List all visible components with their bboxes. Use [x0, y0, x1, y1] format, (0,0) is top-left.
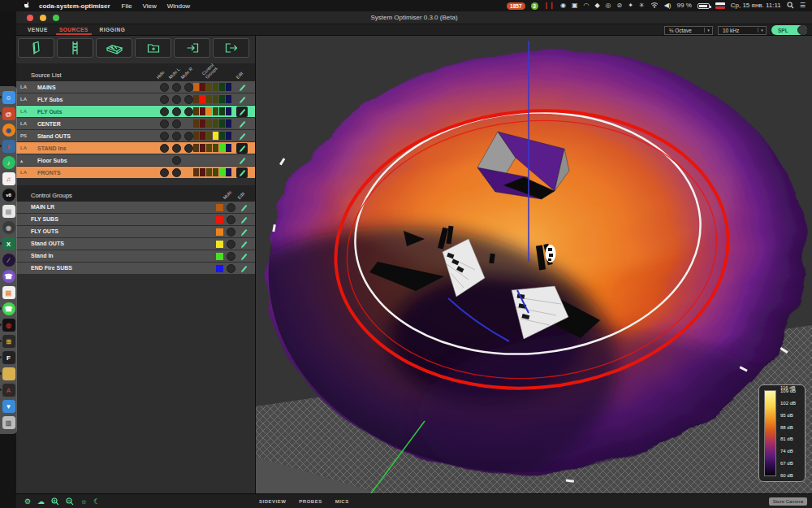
- group-chip[interactable]: [206, 83, 212, 91]
- control-group-row[interactable]: FLY OUTS: [16, 226, 255, 237]
- control-group-row[interactable]: MAIN LR: [16, 202, 255, 213]
- dock-icon-finder[interactable]: ☺: [2, 91, 15, 104]
- mute-hide-button[interactable]: [172, 119, 181, 128]
- source-row[interactable]: LA FRONTS: [16, 167, 255, 178]
- spotlight-search-icon[interactable]: [787, 2, 794, 11]
- group-color-swatch[interactable]: [216, 241, 223, 248]
- hand-icon[interactable]: ✦: [628, 2, 633, 10]
- control-group-row[interactable]: Stand In: [16, 250, 255, 262]
- group-chip[interactable]: [213, 119, 218, 128]
- group-color-swatch[interactable]: [216, 265, 223, 272]
- group-chip[interactable]: [193, 95, 199, 103]
- mute-hide-button[interactable]: [172, 156, 181, 165]
- mute-hide-button[interactable]: [172, 83, 181, 92]
- dock-icon-trash[interactable]: ▥: [2, 416, 15, 429]
- spl-3d-viewport[interactable]: 116 dB 109 dB102 dB95 dB88 dB81 dB74 dB6…: [256, 36, 812, 493]
- tab-sources[interactable]: SOURCES: [59, 27, 89, 33]
- group-chip[interactable]: [200, 144, 205, 152]
- edit-source-button[interactable]: [236, 118, 248, 129]
- keyboard-layout-flag[interactable]: [715, 2, 725, 9]
- export-button[interactable]: [213, 38, 249, 58]
- dock-icon-autocad[interactable]: A: [2, 384, 15, 397]
- edit-group-button[interactable]: [238, 263, 249, 274]
- volume-icon[interactable]: ◀): [664, 2, 672, 10]
- mute-button[interactable]: [227, 228, 235, 237]
- store-camera-button[interactable]: Store Camera: [769, 497, 807, 506]
- dock-icon-folder-files[interactable]: [2, 367, 15, 380]
- group-color-swatch[interactable]: [216, 204, 223, 211]
- dock-icon-pages-doc[interactable]: ▤: [2, 205, 15, 218]
- group-chip[interactable]: [206, 95, 212, 103]
- record-icon[interactable]: ◉: [560, 2, 566, 10]
- source-row[interactable]: LA MAINS: [16, 81, 255, 93]
- edit-group-button[interactable]: [238, 226, 249, 237]
- import-button[interactable]: [174, 38, 210, 58]
- dock-icon-screen-share[interactable]: ‖: [2, 140, 15, 153]
- group-chip[interactable]: [219, 119, 225, 128]
- tab-venue[interactable]: VENUE: [28, 27, 48, 33]
- dock-icon-notes[interactable]: ▤: [2, 286, 15, 299]
- menu-window[interactable]: Window: [167, 2, 190, 10]
- source-row[interactable]: LA STAND Ins: [16, 142, 255, 154]
- dock-icon-v8-app[interactable]: v8: [2, 189, 15, 202]
- notification-badge[interactable]: 1857: [507, 2, 525, 10]
- group-chip[interactable]: [219, 83, 225, 91]
- frequency-select[interactable]: 10 kHz ▾: [718, 26, 767, 35]
- dock-icon-affinity[interactable]: ∕: [2, 254, 15, 267]
- group-chip[interactable]: [219, 132, 225, 140]
- octave-select[interactable]: ⅓ Octave ▾: [664, 26, 713, 35]
- airplay-icon[interactable]: ◠: [583, 2, 589, 10]
- edit-group-button[interactable]: [238, 202, 249, 213]
- mute-button[interactable]: [227, 252, 235, 261]
- group-chip[interactable]: [193, 144, 199, 152]
- source-row[interactable]: LA FLY Subs: [16, 93, 255, 105]
- control-group-row[interactable]: END Fire SUBS: [16, 263, 255, 274]
- group-color-swatch[interactable]: [216, 216, 223, 224]
- pause-icon[interactable]: ❘❘: [544, 2, 555, 10]
- group-chip[interactable]: [193, 107, 199, 115]
- group-chip[interactable]: [206, 144, 212, 152]
- tab-mics[interactable]: MICS: [335, 499, 349, 504]
- dock-icon-steering-app[interactable]: ◉: [2, 221, 15, 234]
- tab-sideview[interactable]: SIDEVIEW: [259, 499, 286, 504]
- control-group-row[interactable]: Stand OUTS: [16, 238, 255, 250]
- spl-toggle[interactable]: SPL: [771, 25, 807, 35]
- group-chip[interactable]: [200, 119, 205, 128]
- add-truss-button[interactable]: [57, 38, 93, 58]
- group-chip[interactable]: [213, 95, 218, 103]
- menu-view[interactable]: View: [142, 2, 156, 10]
- menubar-app-name[interactable]: coda-system-optimiser: [39, 2, 110, 10]
- menu-file[interactable]: File: [122, 2, 132, 10]
- mute-hide-button[interactable]: [160, 168, 169, 177]
- mute-hide-button[interactable]: [172, 95, 181, 104]
- window-titlebar[interactable]: System Optimiser 0.3.0 (Beta): [16, 11, 812, 24]
- tab-probes[interactable]: PROBES: [299, 499, 322, 504]
- control-group-row[interactable]: FLY SUBS: [16, 214, 255, 225]
- dock-icon-firefox[interactable]: ◉: [2, 124, 15, 137]
- dock-icon-music-green[interactable]: ♪: [2, 156, 15, 169]
- mute-hide-button[interactable]: [184, 83, 193, 92]
- eye-icon[interactable]: ◎: [606, 2, 611, 10]
- mute-hide-button[interactable]: [172, 144, 181, 153]
- dock-icon-office[interactable]: ⊞: [2, 335, 15, 348]
- group-chip[interactable]: [206, 168, 212, 176]
- group-chip[interactable]: [226, 95, 231, 103]
- dock-icon-apple-music[interactable]: ♫: [2, 172, 15, 185]
- dock-icon-target-app[interactable]: ◎: [2, 319, 15, 332]
- group-color-swatch[interactable]: [216, 253, 223, 260]
- mute-hide-button[interactable]: [160, 95, 169, 104]
- edit-source-button[interactable]: [236, 143, 248, 154]
- dock-icon-excel[interactable]: X: [2, 237, 15, 250]
- fan-icon[interactable]: ✳: [639, 2, 645, 10]
- source-row[interactable]: PS Stand OUTS: [16, 130, 255, 141]
- source-row[interactable]: LA CENTER: [16, 118, 255, 129]
- group-chip[interactable]: [200, 168, 205, 176]
- apple-menu-icon[interactable]: [24, 2, 31, 11]
- group-chip[interactable]: [193, 83, 199, 91]
- edit-group-button[interactable]: [238, 238, 249, 250]
- group-chip[interactable]: [200, 107, 205, 115]
- dock-icon-jetbrains-f[interactable]: F: [2, 351, 15, 364]
- mute-hide-button[interactable]: [160, 119, 169, 128]
- mute-button[interactable]: [227, 240, 235, 249]
- edit-group-button[interactable]: [238, 250, 249, 262]
